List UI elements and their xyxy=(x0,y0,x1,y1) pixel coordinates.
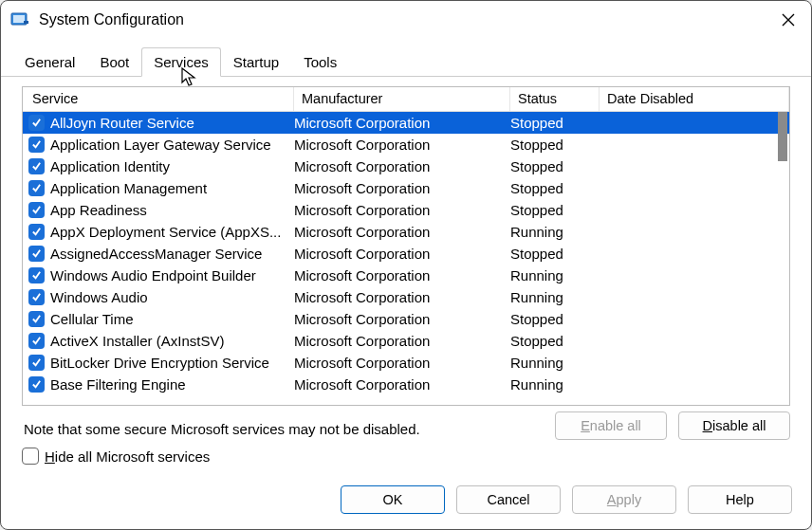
manufacturer: Microsoft Corporation xyxy=(294,115,510,131)
row-checkbox[interactable] xyxy=(28,289,45,305)
tab-general[interactable]: General xyxy=(12,47,87,77)
col-service[interactable]: Service xyxy=(23,87,294,111)
status: Stopped xyxy=(510,311,600,327)
service-name: Windows Audio xyxy=(50,289,148,305)
status: Stopped xyxy=(510,115,600,131)
service-name: Application Management xyxy=(50,180,207,196)
table-row[interactable]: ActiveX Installer (AxInstSV)Microsoft Co… xyxy=(23,330,789,352)
status: Stopped xyxy=(510,158,600,174)
table-row[interactable]: App ReadinessMicrosoft CorporationStoppe… xyxy=(23,199,789,221)
row-checkbox[interactable] xyxy=(28,333,45,349)
window-title: System Configuration xyxy=(39,11,777,28)
table-row[interactable]: AppX Deployment Service (AppXS...Microso… xyxy=(23,221,789,243)
row-checkbox[interactable] xyxy=(28,202,45,218)
row-checkbox[interactable] xyxy=(28,267,45,283)
system-configuration-window: System Configuration General Boot Servic… xyxy=(0,0,812,530)
ok-button[interactable]: OK xyxy=(341,485,445,514)
disable-all-button[interactable]: Disable all xyxy=(678,411,790,440)
status: Stopped xyxy=(510,137,600,153)
table-header: Service Manufacturer Status Date Disable… xyxy=(23,87,789,112)
status: Running xyxy=(510,289,600,305)
col-status[interactable]: Status xyxy=(510,87,600,111)
close-icon[interactable] xyxy=(777,9,800,31)
svg-rect-1 xyxy=(13,15,25,23)
row-checkbox[interactable] xyxy=(28,158,45,174)
tab-boot[interactable]: Boot xyxy=(87,47,141,77)
service-name: Base Filtering Engine xyxy=(50,376,186,393)
table-row[interactable]: AssignedAccessManager ServiceMicrosoft C… xyxy=(23,243,789,265)
tab-tools[interactable]: Tools xyxy=(291,47,349,77)
table-row[interactable]: Base Filtering EngineMicrosoft Corporati… xyxy=(23,374,789,395)
manufacturer: Microsoft Corporation xyxy=(294,311,510,327)
tab-bar: General Boot Services Startup Tools xyxy=(1,46,811,77)
table-row[interactable]: BitLocker Drive Encryption ServiceMicros… xyxy=(23,352,789,374)
manufacturer: Microsoft Corporation xyxy=(294,289,510,305)
status: Stopped xyxy=(510,202,600,218)
status: Stopped xyxy=(510,246,600,262)
table-row[interactable]: Application ManagementMicrosoft Corporat… xyxy=(23,177,789,199)
manufacturer: Microsoft Corporation xyxy=(294,355,510,371)
row-checkbox[interactable] xyxy=(28,246,45,262)
manufacturer: Microsoft Corporation xyxy=(294,180,510,196)
status: Running xyxy=(510,267,600,283)
help-button[interactable]: Help xyxy=(688,485,792,514)
tab-startup[interactable]: Startup xyxy=(221,47,291,77)
table-row[interactable]: Windows AudioMicrosoft CorporationRunnin… xyxy=(23,286,789,308)
table-row[interactable]: Application IdentityMicrosoft Corporatio… xyxy=(23,155,789,177)
service-name: BitLocker Drive Encryption Service xyxy=(50,355,269,371)
row-checkbox[interactable] xyxy=(28,376,45,393)
row-checkbox[interactable] xyxy=(28,115,45,131)
table-row[interactable]: Windows Audio Endpoint BuilderMicrosoft … xyxy=(23,265,789,286)
row-checkbox[interactable] xyxy=(28,224,45,240)
dialog-footer: OK Cancel Apply Help xyxy=(1,472,811,529)
table-row[interactable]: AllJoyn Router ServiceMicrosoft Corporat… xyxy=(23,112,789,134)
service-name: AllJoyn Router Service xyxy=(50,115,194,131)
service-name: App Readiness xyxy=(50,202,147,218)
hide-microsoft-checkbox[interactable]: Hide all Microsoft services xyxy=(22,448,210,465)
manufacturer: Microsoft Corporation xyxy=(294,376,510,393)
table-row[interactable]: Cellular TimeMicrosoft CorporationStoppe… xyxy=(23,308,789,330)
status: Stopped xyxy=(510,180,600,196)
service-name: Windows Audio Endpoint Builder xyxy=(50,267,256,283)
col-date-disabled[interactable]: Date Disabled xyxy=(600,87,789,111)
titlebar: System Configuration xyxy=(1,1,811,37)
status: Stopped xyxy=(510,333,600,349)
manufacturer: Microsoft Corporation xyxy=(294,333,510,349)
service-name: Cellular Time xyxy=(50,311,134,327)
services-table: Service Manufacturer Status Date Disable… xyxy=(22,86,790,406)
manufacturer: Microsoft Corporation xyxy=(294,158,510,174)
manufacturer: Microsoft Corporation xyxy=(294,267,510,283)
service-name: Application Layer Gateway Service xyxy=(50,137,271,153)
apply-button[interactable]: Apply xyxy=(572,485,676,514)
service-name: ActiveX Installer (AxInstSV) xyxy=(50,333,224,349)
cancel-button[interactable]: Cancel xyxy=(456,485,561,514)
row-checkbox[interactable] xyxy=(28,137,45,153)
service-name: AppX Deployment Service (AppXS... xyxy=(50,224,281,240)
status: Running xyxy=(510,224,600,240)
row-checkbox[interactable] xyxy=(28,180,45,196)
table-row[interactable]: Application Layer Gateway ServiceMicroso… xyxy=(23,134,789,155)
services-pane: Service Manufacturer Status Date Disable… xyxy=(1,77,811,472)
manufacturer: Microsoft Corporation xyxy=(294,224,510,240)
app-icon xyxy=(10,10,29,29)
service-name: AssignedAccessManager Service xyxy=(50,246,262,262)
note-text: Note that some secure Microsoft services… xyxy=(22,415,420,437)
scrollbar-thumb[interactable] xyxy=(778,112,787,161)
row-checkbox[interactable] xyxy=(28,355,45,371)
service-name: Application Identity xyxy=(50,158,170,174)
status: Running xyxy=(510,355,600,371)
checkbox-icon xyxy=(22,448,39,465)
tab-services[interactable]: Services xyxy=(141,47,221,77)
status: Running xyxy=(510,376,600,393)
enable-all-button[interactable]: Enable all xyxy=(555,411,667,440)
manufacturer: Microsoft Corporation xyxy=(294,137,510,153)
col-manufacturer[interactable]: Manufacturer xyxy=(294,87,510,111)
table-body: AllJoyn Router ServiceMicrosoft Corporat… xyxy=(23,112,789,405)
manufacturer: Microsoft Corporation xyxy=(294,246,510,262)
manufacturer: Microsoft Corporation xyxy=(294,202,510,218)
svg-rect-2 xyxy=(24,21,28,24)
row-checkbox[interactable] xyxy=(28,311,45,327)
